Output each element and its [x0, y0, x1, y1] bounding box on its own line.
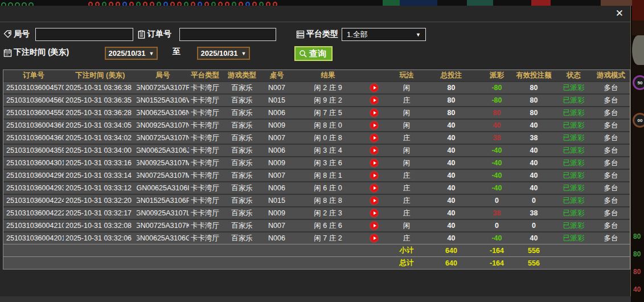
cell-bet-time: 2025-10-31 03:33:16 [64, 157, 137, 169]
close-icon[interactable]: ✕ [616, 8, 624, 19]
round-no-input[interactable] [35, 28, 133, 41]
road-bead [150, 2, 154, 6]
cell-table-no: N009 [263, 207, 290, 219]
cell-bet-time: 2025-10-31 03:32:20 [64, 195, 137, 206]
play-video-icon[interactable] [370, 96, 378, 104]
cell-table-no: N006 [263, 232, 290, 244]
road-bead [245, 2, 250, 6]
cell-play-type: 闲 [392, 120, 421, 131]
filter-panel: 局号 订单号 平台类型 1.全部 ▼ 下注时间 (美东) 2025/10/31 [0, 22, 630, 68]
cell-result: 闲 0 庄 8 [290, 132, 392, 144]
cell-round-no: GN00925A3107M [137, 157, 189, 169]
road-bead [204, 2, 209, 6]
cell-status: 已派彩 [555, 120, 592, 131]
cell-status: 已派彩 [555, 157, 592, 169]
play-video-icon[interactable] [370, 197, 378, 205]
cell-table-no: N006 [263, 107, 290, 119]
platform-type-icon [296, 30, 305, 39]
play-video-icon[interactable] [370, 146, 378, 154]
cell-game-mode: 多台 [592, 132, 630, 144]
cell-game-type: 百家乐 [221, 232, 263, 244]
table-row: 251031036004224 2025-10-31 03:32:20 GN01… [3, 194, 630, 206]
total-bet: 640 [421, 257, 481, 269]
cell-round-no: GN00725A3107M [137, 170, 189, 181]
date-range-to-label: 至 [173, 47, 181, 57]
cell-payout: 80 [481, 107, 512, 119]
platform-type-select[interactable]: 1.全部 ▼ [342, 28, 426, 41]
cell-bet-time: 2025-10-31 03:36:38 [64, 82, 137, 93]
cell-valid-bet: 40 [512, 120, 555, 131]
cell-result: 闲 7 庄 2 [290, 232, 392, 244]
cell-game-type: 百家乐 [221, 170, 263, 181]
cell-play-type: 庄 [392, 95, 421, 106]
date-to-value: 2025/10/31 [201, 49, 238, 58]
background-dark-area [632, 65, 644, 236]
order-no-label: 订单号 [147, 29, 171, 39]
cell-result: 闲 2 庄 3 [290, 207, 392, 219]
cell-game-mode: 多台 [592, 220, 630, 231]
cell-status: 已派彩 [555, 95, 592, 106]
bet-time-label: 下注时间 (美东) [14, 47, 69, 58]
cell-table-no: N007 [263, 132, 290, 144]
cell-game-mode: 多台 [592, 182, 630, 194]
table-row: 251031036004201 2025-10-31 03:32:06 GN00… [3, 231, 630, 244]
cell-result: 闲 2 庄 9 [290, 82, 392, 93]
cell-order-id: 251031036004570 [3, 82, 64, 93]
header-platform: 平台类型 [189, 70, 221, 81]
purple-chip: 50 [633, 75, 644, 90]
cell-platform: 卡卡湾厅 [189, 182, 221, 194]
date-from-picker[interactable]: 2025/10/31 ▼ [105, 47, 158, 60]
road-bead [116, 2, 120, 6]
cell-platform: 卡卡湾厅 [189, 132, 221, 144]
play-video-icon[interactable] [370, 172, 378, 179]
cell-payout: -40 [481, 170, 512, 181]
play-video-icon[interactable] [370, 184, 378, 192]
cell-game-type: 百家乐 [221, 157, 263, 169]
play-video-icon[interactable] [370, 159, 378, 167]
date-to-picker[interactable]: 2025/10/31 ▼ [197, 47, 250, 60]
cell-game-type: 百家乐 [221, 132, 263, 144]
cell-payout: 40 [481, 120, 512, 131]
play-video-icon[interactable] [370, 109, 378, 117]
cell-bet-time: 2025-10-31 03:34:05 [64, 120, 137, 131]
cell-bet-time: 2025-10-31 03:33:12 [64, 182, 137, 194]
cell-game-type: 百家乐 [221, 182, 263, 194]
play-video-icon[interactable] [370, 222, 378, 230]
cell-game-mode: 多台 [592, 195, 630, 206]
header-result: 结果 [290, 70, 392, 81]
result-text: 闲 8 庄 8 [314, 196, 342, 206]
road-bead [95, 2, 100, 6]
query-button[interactable]: 查询 [294, 46, 333, 61]
play-video-icon[interactable] [370, 209, 378, 217]
table-row: 251031036004222 2025-10-31 03:32:17 GN00… [3, 206, 630, 219]
play-video-icon[interactable] [370, 234, 378, 242]
cell-round-no: GN00725A3107N [137, 132, 189, 144]
play-video-icon[interactable] [370, 121, 378, 129]
cell-game-type: 百家乐 [221, 95, 263, 106]
chevron-down-icon: ▼ [416, 32, 421, 38]
cell-result: 闲 8 庄 0 [290, 120, 392, 131]
cell-total-bet: 40 [421, 120, 481, 131]
play-video-icon[interactable] [370, 134, 378, 142]
cell-total-bet: 40 [421, 195, 481, 206]
cell-play-type: 庄 [392, 232, 421, 244]
background-block-red [531, 0, 551, 6]
header-order-id: 订单号 [3, 70, 64, 81]
cell-order-id: 251031036004359 [3, 145, 64, 156]
bet-records-modal: ✕ 局号 订单号 平台类型 1.全部 ▼ [0, 6, 631, 302]
cell-play-type: 庄 [392, 132, 421, 144]
cell-table-no: N015 [263, 95, 290, 106]
cell-round-no: GN00925A3107N [137, 120, 189, 131]
cell-valid-bet: 38 [512, 132, 555, 144]
road-bead [218, 2, 223, 6]
cell-platform: 卡卡湾厅 [189, 107, 221, 119]
order-no-input[interactable] [179, 28, 276, 41]
cell-bet-time: 2025-10-31 03:32:08 [64, 220, 137, 231]
cell-game-mode: 多台 [592, 207, 630, 219]
header-play-type: 玩法 [392, 70, 421, 81]
play-video-icon[interactable] [370, 84, 378, 92]
header-total-bet: 总投注 [421, 70, 481, 81]
cell-order-id: 251031036004301 [3, 157, 64, 169]
table-row: 251031036004570 2025-10-31 03:36:38 GN00… [3, 81, 630, 93]
road-bead [252, 2, 257, 6]
